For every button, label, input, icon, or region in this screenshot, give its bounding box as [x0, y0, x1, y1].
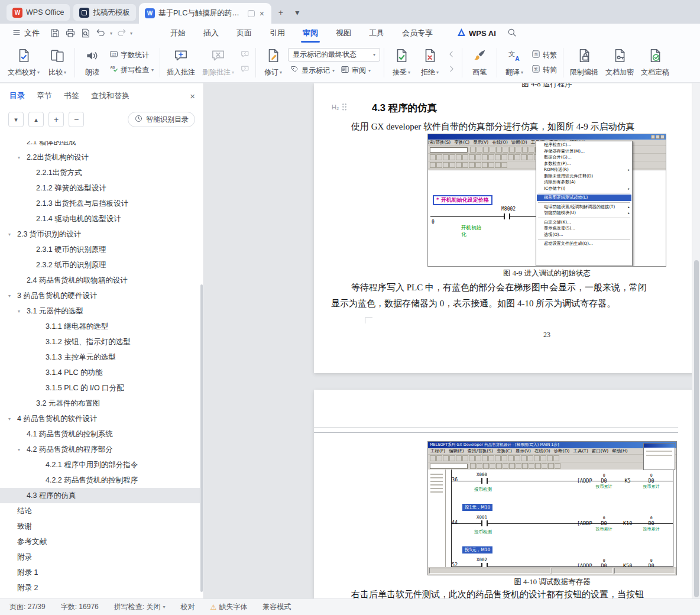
- toc-item[interactable]: 2.1 箱体的组成: [0, 141, 200, 150]
- delete-comment-button[interactable]: 删除批注▾: [199, 46, 237, 79]
- toc-item[interactable]: ▾2.2出货机构的设计: [0, 150, 200, 165]
- toc-item[interactable]: ▾3.1 元器件的选型: [0, 303, 200, 319]
- compare-button[interactable]: 比较▾: [44, 46, 71, 79]
- finalize-doc-button[interactable]: 文档定稿: [638, 46, 672, 79]
- spell-check-toggle[interactable]: 拼写检查: 关闭 ▾: [114, 602, 166, 612]
- document-scrollbar[interactable]: [692, 83, 700, 598]
- word-count-indicator[interactable]: 字数: 16976: [61, 602, 99, 612]
- new-tab-button[interactable]: +: [273, 5, 289, 20]
- sidebar-scrollbar-thumb[interactable]: [200, 284, 203, 592]
- sidebar-tab-find-replace[interactable]: 查找和替换: [91, 90, 129, 101]
- undo-button[interactable]: [94, 26, 108, 40]
- file-menu-button[interactable]: 文件: [6, 28, 46, 39]
- redo-button[interactable]: [114, 26, 128, 40]
- show-markup-button[interactable]: 显示标记▾: [288, 64, 337, 77]
- tab-list-chevron-icon[interactable]: ▾: [290, 5, 305, 20]
- toc-item[interactable]: 2.3.2 纸币的识别原理: [0, 257, 200, 273]
- toc-item[interactable]: 2.2.1出货方式: [0, 165, 200, 180]
- toc-expand-icon[interactable]: ▾: [18, 447, 27, 452]
- next-change-button[interactable]: [445, 63, 458, 76]
- page-indicator[interactable]: 页面: 27/39: [9, 602, 46, 612]
- menu-tab-review[interactable]: 审阅: [294, 24, 327, 43]
- compatibility-mode-indicator[interactable]: 兼容模式: [262, 602, 291, 612]
- wps-ai-button[interactable]: WPS AI: [457, 28, 496, 38]
- toc-item[interactable]: 附录 1: [0, 565, 200, 580]
- chevron-down-icon[interactable]: ▾: [130, 31, 132, 36]
- toc-item[interactable]: 2.1.4 驱动电机的选型设计: [0, 211, 200, 226]
- figure-gx-developer-tools-menu[interactable]: 检索/替换(S)变换(C)显示(V)在线(O)诊断(D)工具(T)窗口(W)帮助…: [427, 134, 666, 267]
- toc-item[interactable]: 2.1.3 出货托盘与后挡板设计: [0, 196, 200, 211]
- toc-item[interactable]: 3.1.1 继电器的选型: [0, 319, 200, 334]
- toc-item[interactable]: 附录 2: [0, 580, 200, 595]
- menu-tab-view[interactable]: 视图: [327, 24, 360, 43]
- document-page-23[interactable]: 图 4-8 运行程序 H₂ 4.3 程序的仿真 使用 GX developer …: [314, 83, 692, 373]
- spell-check-button[interactable]: AB拼写检查▾: [107, 63, 156, 76]
- toc-item[interactable]: 4.2.1 程序中用到的部分指令: [0, 457, 200, 472]
- track-changes-button[interactable]: 修订▾: [260, 46, 287, 79]
- doc-proofing-button[interactable]: 文档校对▾: [5, 46, 43, 79]
- to-simplified-button[interactable]: 繁转简: [529, 63, 559, 76]
- toc-expand-icon[interactable]: ▾: [8, 293, 17, 299]
- toc-collapse-all-button[interactable]: ▴: [28, 112, 44, 127]
- toc-item[interactable]: ▾4.2 药品售货机的程序部分: [0, 442, 200, 457]
- next-comment-button[interactable]: [238, 63, 252, 76]
- menu-tab-member[interactable]: 会员专享: [393, 24, 442, 43]
- review-pane-button[interactable]: 审阅▾: [338, 64, 373, 77]
- print-preview-button[interactable]: [79, 26, 93, 40]
- toc-expand-icon[interactable]: ▾: [18, 155, 27, 160]
- toc-item[interactable]: 参考文献: [0, 534, 200, 549]
- prev-comment-button[interactable]: [238, 48, 252, 62]
- close-sidebar-icon[interactable]: ×: [190, 91, 195, 101]
- toc-item[interactable]: ▾4 药品售货机的软件设计: [0, 411, 200, 426]
- accept-change-button[interactable]: 接受▾: [388, 46, 415, 79]
- toc-zoom-out-button[interactable]: −: [69, 112, 84, 127]
- toc-item[interactable]: 4.2.2 药品售货机的控制程序: [0, 472, 200, 488]
- toc-item[interactable]: 3.1.4 PLC 的功能: [0, 365, 200, 380]
- toc-item[interactable]: 3.1.5 PLC 的 I/O 口分配: [0, 380, 200, 396]
- toc-item[interactable]: 3.2 元器件的布置图: [0, 396, 200, 411]
- toc-expand-icon[interactable]: ▾: [8, 232, 17, 237]
- ink-pen-button[interactable]: 画笔: [466, 46, 493, 79]
- smart-toc-button[interactable]: 智能识别目录: [128, 112, 195, 127]
- proofread-button[interactable]: 校对: [180, 602, 195, 612]
- print-button[interactable]: [63, 26, 77, 40]
- toc-expand-icon[interactable]: ▾: [18, 309, 27, 314]
- prev-change-button[interactable]: [445, 48, 458, 62]
- figure-gx-developer-monitor[interactable]: MELSOFT系列 GX Developer 药品售货机设计 - [梯形图(写入…: [427, 441, 677, 575]
- encrypt-doc-button[interactable]: 文档加密: [602, 46, 637, 79]
- to-traditional-button[interactable]: 简转繁: [529, 48, 559, 62]
- document-scrollbar-thumb[interactable]: [694, 260, 699, 597]
- markup-state-select[interactable]: 显示标记的最终状态▾: [288, 48, 380, 62]
- word-count-button[interactable]: 123字数统计: [107, 48, 156, 62]
- toc-item[interactable]: 致谢: [0, 519, 200, 534]
- menu-tab-home[interactable]: 开始: [161, 24, 195, 43]
- menu-tab-insert[interactable]: 插入: [195, 24, 228, 43]
- toc-item[interactable]: 2.1.2 弹簧的选型设计: [0, 180, 200, 196]
- sidebar-tab-chapters[interactable]: 章节: [37, 90, 52, 101]
- toc-expand-icon[interactable]: ▾: [8, 416, 17, 422]
- search-button[interactable]: [507, 27, 517, 40]
- toc-zoom-in-button[interactable]: +: [48, 112, 64, 127]
- close-tab-icon[interactable]: ×: [258, 9, 265, 18]
- app-tab-wps-office[interactable]: W WPS Office: [7, 4, 70, 21]
- sidebar-tab-bookmarks[interactable]: 书签: [64, 90, 79, 101]
- restrict-editing-button[interactable]: 限制编辑: [567, 46, 601, 79]
- chevron-down-icon[interactable]: ▾: [110, 31, 112, 36]
- app-tab-template-site[interactable]: 找稿壳模板: [73, 4, 136, 21]
- menu-tab-page[interactable]: 页面: [228, 24, 261, 43]
- read-aloud-button[interactable]: 朗读: [79, 46, 106, 79]
- heading-level-marker[interactable]: H₂: [332, 103, 347, 111]
- document-tab[interactable]: W 基于PLC与触摸屏的药品售货机 ×: [139, 3, 271, 24]
- insert-comment-button[interactable]: 插入批注: [164, 46, 198, 79]
- menu-tab-reference[interactable]: 引用: [261, 24, 294, 43]
- document-page-24[interactable]: MELSOFT系列 GX Developer 药品售货机设计 - [梯形图(写入…: [314, 390, 692, 598]
- save-button[interactable]: [48, 26, 62, 40]
- toc-item[interactable]: 2.4 药品售货机的取物箱的设计: [0, 273, 200, 288]
- missing-font-warning[interactable]: ⚠ 缺失字体: [210, 602, 247, 612]
- menu-tab-tools[interactable]: 工具: [360, 24, 393, 43]
- reject-change-button[interactable]: 拒绝▾: [416, 46, 443, 79]
- toc-item[interactable]: 3.1.3 主控单元的选型: [0, 349, 200, 365]
- toc-expand-all-button[interactable]: ▾: [8, 112, 24, 127]
- translate-button[interactable]: 文A翻译▾: [501, 46, 528, 79]
- toc-item[interactable]: 4.1 药品售货机的控制系统: [0, 426, 200, 442]
